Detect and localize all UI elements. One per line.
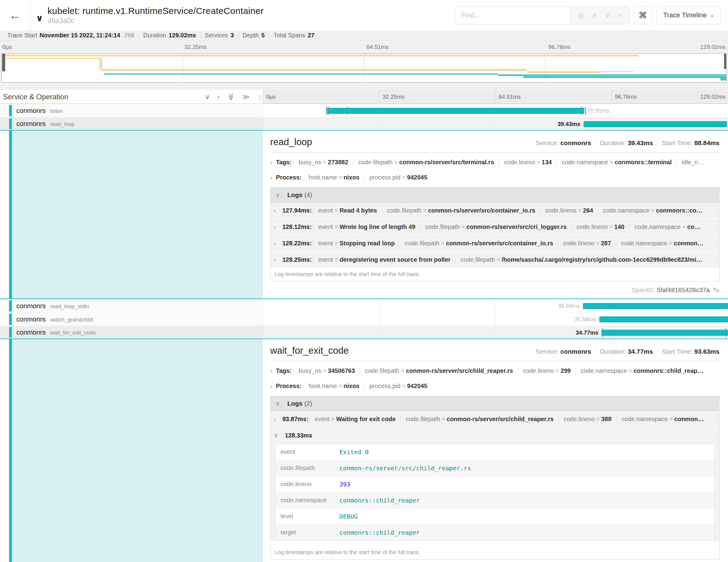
chevron-down-icon[interactable]: ∨	[36, 13, 43, 23]
deep-link-icon[interactable]	[713, 287, 719, 293]
span-bar[interactable]	[327, 108, 584, 114]
span-name-cell[interactable]: conmonrslisten	[0, 104, 263, 117]
tag-key: code.lineno	[504, 159, 535, 165]
operation-name: read_loop_stdin	[50, 303, 89, 310]
operation-name: wait_for_exit_code	[50, 330, 96, 336]
tag-item[interactable]: code.filepath=conmon-rs/server/src/termi…	[353, 159, 499, 166]
log-field-item[interactable]: code.lineno=287	[558, 240, 616, 247]
log-field-item[interactable]: event=Waiting for exit code	[310, 416, 401, 423]
tag-key: code.lineno	[563, 240, 594, 247]
collapse-one-icon[interactable]: ∨	[205, 93, 210, 100]
span-name-cell[interactable]: conmonrswatch_grandchild	[0, 313, 263, 326]
equals-sign: =	[337, 174, 344, 181]
span-row[interactable]: conmonrsread_loop39.43ms	[0, 117, 728, 131]
log-field-item[interactable]: code.filepath=/home/sascha/.cargo/regist…	[455, 256, 707, 263]
log-entry-row[interactable]: ›128.12ms:event=Wrote log line of length…	[270, 218, 719, 235]
span-name-cell[interactable]: conmonrswait_for_exit_code	[0, 326, 263, 339]
log-field-item[interactable]: code.filepath=conmon-rs/server/src/cri_l…	[420, 223, 571, 230]
log-field-value: conmonrs::child_reaper	[336, 492, 715, 508]
tag-item[interactable]: code.lineno=299	[518, 367, 576, 374]
locate-icon[interactable]: ◎	[577, 11, 584, 19]
collapse-all-icon[interactable]: ≫	[227, 93, 234, 100]
tag-item[interactable]: code.lineno=134	[499, 159, 556, 166]
service-operation-header: Service & Operation	[3, 93, 68, 101]
find-clear-icon[interactable]: ×	[618, 11, 623, 19]
log-field-item[interactable]: event=Wrote log line of length 49	[313, 223, 420, 230]
log-entry-row[interactable]: ›128.22ms:event=Stopping read loopcode.f…	[270, 235, 719, 251]
span-row[interactable]: conmonrsread_loop_stdin39.69ms	[0, 299, 728, 312]
tag-item[interactable]: idle_n…	[676, 159, 709, 166]
keyboard-shortcuts-button[interactable]: ⌘	[634, 6, 652, 24]
process-item[interactable]: host.name=nixos	[304, 383, 364, 390]
operation-name: read_loop	[50, 121, 75, 128]
span-bar[interactable]	[583, 303, 728, 309]
tags-row[interactable]: ›Tags:busy_ns=273882code.filepath=conmon…	[270, 155, 719, 170]
chevron-right-icon: ›	[270, 158, 272, 166]
expand-one-icon[interactable]: ›	[217, 93, 220, 100]
tag-item[interactable]: code.namespace=conmonrs::child_reap…	[576, 367, 708, 374]
tag-item[interactable]: busy_ns=34506763	[294, 367, 360, 374]
log-field-item[interactable]: code.filepath=conmon-rs/server/src/conta…	[382, 207, 540, 214]
tag-value: conmonrs::co…	[656, 207, 702, 214]
tag-item[interactable]: busy_ns=273882	[294, 159, 353, 166]
log-field-item[interactable]: event=deregistering event source from po…	[313, 256, 455, 263]
log-field-item[interactable]: code.lineno=388	[559, 416, 616, 423]
process-item[interactable]: host.name=nixos	[304, 174, 364, 181]
log-field-item[interactable]: code.lineno=140	[571, 223, 629, 230]
log-field-item[interactable]: code.namespace=co…	[629, 223, 705, 230]
span-name-cell[interactable]: conmonrsread_loop_stdin	[0, 299, 263, 312]
process-item[interactable]: process.pid=942045	[364, 383, 432, 390]
span-bar[interactable]	[599, 316, 728, 322]
log-field-item[interactable]: code.namespace=conmon…	[616, 416, 709, 423]
log-field-key: code.namespace	[276, 492, 336, 508]
span-row[interactable]: conmonrswatch_grandchild35.58ms	[0, 312, 728, 326]
span-timeline-cell: 35.58ms	[263, 313, 728, 326]
span-bar[interactable]	[601, 330, 728, 336]
log-entry-expanded-header[interactable]: ∨128.33ms	[270, 427, 719, 443]
span-bar[interactable]	[583, 121, 727, 127]
trace-view-label: Trace Timeline	[663, 11, 707, 19]
log-entry-row[interactable]: ›127.94ms:event=Read 4 bytescode.filepat…	[270, 203, 719, 218]
find-input[interactable]	[455, 6, 570, 24]
log-field-item[interactable]: event=Read 4 bytes	[313, 207, 382, 214]
logs-header[interactable]: ∨Logs(4)	[270, 188, 719, 203]
back-button[interactable]: ←	[0, 0, 30, 30]
tag-value: 287	[601, 240, 611, 247]
find-next-icon[interactable]: ∨	[605, 11, 611, 19]
minimap-range-handle[interactable]	[724, 54, 726, 69]
span-id-label: SpanID:	[631, 286, 655, 294]
logs-section: ∨Logs(4)›127.94ms:event=Read 4 bytescode…	[270, 187, 719, 281]
log-entry-row[interactable]: ›128.25ms:event=deregistering event sour…	[270, 251, 719, 267]
log-field-item[interactable]: code.filepath=conmon-rs/server/src/child…	[400, 416, 559, 423]
column-resizer-handle[interactable]: ||	[259, 94, 262, 101]
log-field-item[interactable]: code.namespace=conmon…	[616, 240, 709, 247]
find-prev-icon[interactable]: ∧	[592, 11, 597, 19]
meta-value: 34.77ms	[628, 348, 653, 355]
meta-label: Duration:	[600, 139, 626, 146]
meta-value: 88.84ms	[694, 139, 719, 146]
tags-row[interactable]: ›Tags:busy_ns=34506763code.filepath=conm…	[270, 363, 719, 378]
process-label: Process:	[276, 174, 302, 181]
span-id-row: SpanID:5faf48165428c37a	[270, 286, 719, 294]
tag-value: 34506763	[328, 367, 355, 374]
log-field-item[interactable]: code.lineno=264	[540, 207, 598, 214]
log-entry-row[interactable]: ›93.87ms:event=Waiting for exit codecode…	[270, 411, 719, 427]
expand-all-icon[interactable]: ≫	[242, 93, 250, 100]
tag-item[interactable]: code.namespace=conmonrs::terminal	[557, 159, 677, 166]
span-row[interactable]: conmonrswait_for_exit_code34.77ms	[0, 326, 728, 339]
trace-view-selector[interactable]: Trace Timeline ∨	[656, 6, 721, 24]
span-timeline-cell: 70.91ms	[263, 104, 728, 117]
logs-header[interactable]: ∨Logs(2)	[270, 396, 719, 411]
tag-item[interactable]: code.filepath=conmon-rs/server/src/child…	[360, 367, 518, 374]
minimap-range-handle[interactable]	[2, 54, 5, 71]
tag-value: 140	[614, 223, 624, 230]
process-row[interactable]: ›Process:host.name=nixosprocess.pid=9420…	[270, 170, 719, 185]
trace-timeline-minimap[interactable]	[2, 53, 726, 83]
log-field-item[interactable]: code.namespace=conmonrs::co…	[598, 207, 707, 214]
process-item[interactable]: process.pid=942045	[364, 174, 432, 181]
process-row[interactable]: ›Process:host.name=nixosprocess.pid=9420…	[270, 378, 719, 393]
log-field-item[interactable]: event=Stopping read loop	[313, 240, 400, 247]
span-row[interactable]: conmonrslisten70.91ms	[0, 104, 728, 117]
log-field-item[interactable]: code.filepath=conmon-rs/server/src/conta…	[400, 240, 558, 247]
span-name-cell[interactable]: conmonrsread_loop	[0, 118, 263, 130]
